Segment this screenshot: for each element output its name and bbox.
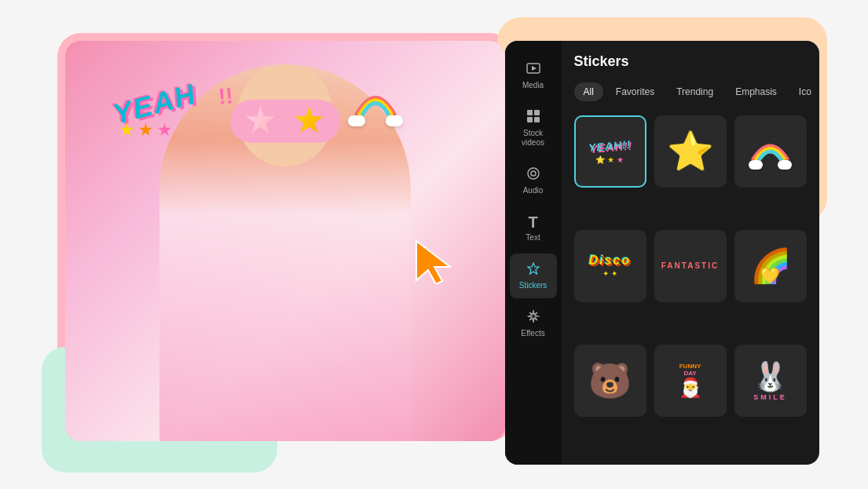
sticker-fantastic[interactable]: FANTASTIC [654, 230, 727, 302]
funnyday-top: FUNNY [679, 363, 702, 370]
sticker-smile[interactable]: 🐰 SMILE [734, 345, 807, 417]
svg-marker-1 [532, 66, 537, 71]
panel-title: Stickers [574, 53, 807, 70]
stars-decoration [120, 123, 172, 137]
rainbow-arc-svg [348, 84, 403, 119]
photo-canvas: YEAH !! [65, 41, 505, 441]
svg-rect-3 [534, 110, 540, 115]
tab-emphasis[interactable]: Emphasis [726, 82, 786, 101]
svg-point-7 [531, 171, 536, 176]
star-emoji: ⭐ [667, 133, 714, 170]
smile-text: SMILE [753, 393, 788, 401]
stock-videos-icon [526, 109, 540, 126]
mini-star-3 [158, 123, 172, 137]
sidebar-audio-label: Audio [523, 186, 544, 195]
yeah-stars-row: ⭐ ★ ★ [588, 155, 631, 164]
sidebar-item-audio[interactable]: Audio [510, 159, 557, 203]
sticker-star[interactable]: ⭐ [654, 115, 727, 188]
scene-wrapper: YEAH !! [42, 17, 827, 473]
bear-emoji: 🐻 [588, 363, 632, 398]
sidebar-item-text[interactable]: T Text [510, 206, 557, 250]
cell-cloud-left [749, 160, 763, 170]
mask-star-left [246, 106, 276, 136]
svg-rect-2 [527, 110, 533, 115]
funnyday-bottom: DAY [679, 370, 702, 377]
heart-rainbow-content: 🌈 💛 [750, 246, 791, 285]
sidebar-stickers-label: Stickers [519, 281, 548, 290]
rainbow-sticker-overlay [348, 84, 403, 126]
mini-star-2 [139, 123, 153, 137]
heart-overlay: 💛 [760, 266, 780, 285]
funnyday-content: FUNNY DAY 🎅 [676, 359, 705, 402]
sidebar-effects-label: Effects [521, 329, 544, 338]
disco-sticker-content: Disco ✦ ✦ [589, 254, 632, 278]
cloud-right [386, 115, 403, 126]
sidebar-stock-label: Stock videos [515, 129, 552, 148]
tab-trending[interactable]: Trending [667, 82, 723, 101]
filter-tabs: All Favorites Trending Emphasis Ico ▾ [574, 81, 807, 103]
sidebar-item-stock-videos[interactable]: Stock videos [510, 101, 557, 155]
stickers-grid: YEAH!! ⭐ ★ ★ ⭐ [574, 115, 807, 452]
tab-icons[interactable]: Ico [789, 82, 819, 101]
yeah-sticker-text: YEAH!! [588, 137, 632, 154]
sidebar: Media Stock videos Audio T Text [505, 41, 562, 465]
sleep-mask [230, 100, 340, 143]
cloud-left [348, 115, 365, 126]
sidebar-item-media[interactable]: Media [510, 53, 557, 98]
tab-all[interactable]: All [574, 82, 603, 101]
svg-rect-5 [534, 117, 540, 122]
sticker-rainbow[interactable] [734, 115, 807, 188]
tab-favorites[interactable]: Favorites [606, 82, 664, 101]
stickers-icon [526, 261, 540, 278]
mini-star-1 [120, 123, 134, 137]
yeah-exclaim-overlay: !! [217, 83, 233, 110]
sidebar-media-label: Media [522, 81, 544, 90]
sticker-yeah[interactable]: YEAH!! ⭐ ★ ★ [574, 115, 646, 188]
smile-content: 🐰 SMILE [753, 360, 788, 401]
effects-icon [526, 309, 540, 326]
sidebar-item-effects[interactable]: Effects [510, 301, 557, 346]
audio-icon [526, 166, 540, 183]
funnyday-icon: 🎅 [679, 377, 702, 399]
disco-stars: ✦ ✦ [589, 269, 632, 278]
mask-star-right [295, 106, 324, 136]
media-icon [526, 61, 540, 78]
sticker-funnyday[interactable]: FUNNY DAY 🎅 [654, 345, 727, 417]
rainbow-cell-clouds [749, 160, 792, 170]
editor-panel: Media Stock videos Audio T Text [505, 41, 819, 465]
sidebar-item-stickers[interactable]: Stickers [510, 254, 557, 298]
disco-text: Disco [589, 254, 632, 268]
rainbow-sticker-cell [749, 133, 792, 170]
rainbow-clouds [348, 115, 403, 126]
fantastic-text: FANTASTIC [658, 258, 722, 273]
sticker-bear[interactable]: 🐻 [574, 345, 646, 417]
rabbit-emoji: 🐰 [753, 360, 788, 392]
sticker-disco[interactable]: Disco ✦ ✦ [574, 230, 646, 302]
woman-head [238, 64, 332, 166]
svg-rect-4 [527, 117, 533, 122]
text-icon: T [528, 214, 537, 230]
cell-cloud-right [778, 160, 792, 170]
sidebar-text-label: Text [526, 233, 540, 243]
svg-point-6 [528, 168, 539, 179]
rainbow-cell-svg [749, 133, 792, 163]
panel-content: Stickers All Favorites Trending Emphasis… [562, 41, 819, 465]
sticker-heart-rainbow[interactable]: 🌈 💛 [734, 230, 807, 302]
